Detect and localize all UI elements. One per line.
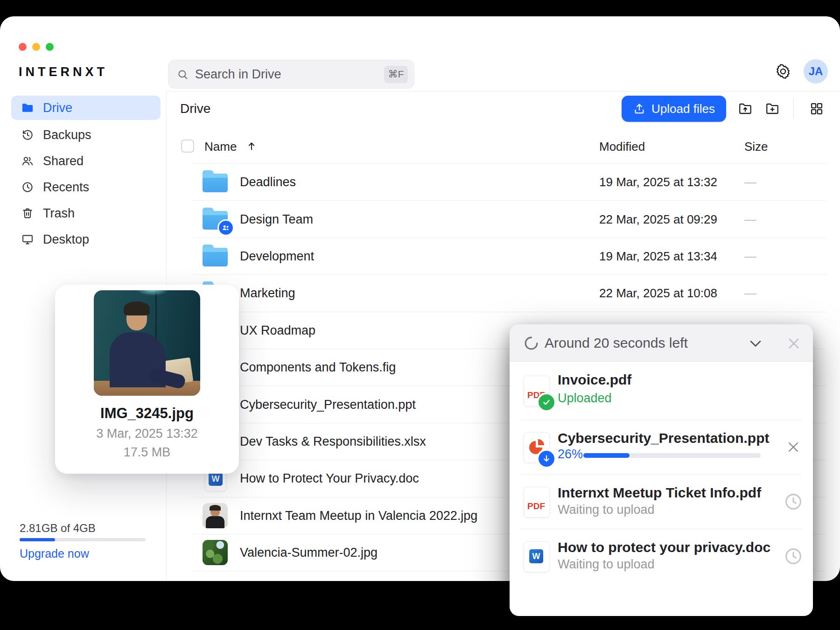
word-file-icon: W (524, 541, 550, 572)
sidebar-item-backups[interactable]: Backups (11, 123, 161, 147)
spinner-icon (524, 336, 539, 351)
uploading-download-icon (537, 449, 556, 469)
internxt-logo: INTERNXT (19, 65, 108, 79)
sidebar-item-label: Desktop (43, 232, 89, 247)
upload-item-name: Internxt Meetup Ticket Info.pdf (558, 485, 761, 501)
folder-icon (21, 101, 34, 114)
sidebar-item-drive[interactable]: Drive (11, 96, 161, 120)
shared-folder-icon (203, 207, 229, 231)
close-icon[interactable] (786, 336, 802, 351)
search-input[interactable]: Search in Drive ⌘F (168, 60, 414, 89)
table-row-design-team[interactable]: Design Team 22 Mar, 2025 at 09:29 — (193, 201, 826, 238)
sidebar-item-label: Trash (43, 206, 75, 221)
file-size: — (744, 175, 756, 189)
screenshot-canvas: INTERNXT Search in Drive ⌘F JA Drive Bac… (0, 0, 840, 630)
sidebar-item-label: Backups (43, 128, 91, 142)
table-row-deadlines[interactable]: Deadlines 19 Mar, 2025 at 13:32 — (193, 164, 826, 201)
upload-icon (633, 102, 646, 115)
search-shortcut-badge: ⌘F (384, 66, 408, 83)
trash-icon (21, 207, 34, 220)
column-header-modified[interactable]: Modified (599, 140, 645, 154)
file-modified: 22 Mar, 2025 at 10:08 (599, 286, 717, 301)
file-name: Deadlines (240, 175, 296, 189)
file-name: Dev Tasks & Responsibilities.xlsx (240, 434, 426, 448)
table-row-development[interactable]: Development 19 Mar, 2025 at 13:34 — (193, 238, 826, 275)
photo-thumbnail (203, 504, 229, 528)
file-name: Marketing (240, 286, 295, 301)
file-name: Design Team (240, 212, 313, 226)
upload-time-remaining: Around 20 seconds left (545, 335, 688, 351)
select-all-checkbox[interactable] (181, 140, 194, 153)
backup-history-icon (21, 128, 34, 141)
file-name: Cybersecurity_Presentation.ppt (240, 397, 416, 412)
sidebar-item-label: Shared (43, 154, 84, 168)
page-title: Drive (180, 101, 210, 116)
sidebar-item-recents[interactable]: Recents (11, 175, 161, 199)
settings-gear-icon[interactable] (775, 63, 791, 79)
upload-progress-bar (583, 453, 761, 458)
preview-date: 3 Mar, 2025 13:32 (55, 427, 239, 441)
upload-item-invoice: PDF Invoice.pdf Uploaded (510, 362, 813, 420)
folder-icon (203, 170, 229, 194)
upload-item-status: Uploaded (558, 391, 612, 406)
pdf-file-icon: PDF (524, 376, 550, 406)
file-size: — (744, 249, 756, 263)
clock-icon (21, 181, 34, 194)
file-name: Internxt Team Meetup in Valencia 2022.jp… (240, 508, 477, 523)
file-modified: 19 Mar, 2025 at 13:34 (599, 249, 717, 263)
upload-progress-fill (583, 453, 630, 458)
waiting-clock-icon (783, 491, 804, 512)
new-folder-icon[interactable] (765, 101, 780, 116)
file-name: How to Protect Your Privacy.doc (240, 471, 419, 486)
column-header-name[interactable]: Name (204, 140, 237, 154)
file-size: — (744, 212, 756, 226)
file-name: UX Roadmap (240, 323, 315, 337)
photo-thumbnail (203, 540, 229, 565)
file-preview-card: IMG_3245.jpg 3 Mar, 2025 13:32 17.5 MB (55, 285, 239, 474)
upload-button-label: Upload files (651, 102, 715, 116)
storage-usage-label: 2.81GB of 4GB (20, 522, 96, 535)
grid-view-icon[interactable] (809, 101, 824, 116)
file-modified: 22 Mar, 2025 at 09:29 (599, 212, 717, 226)
preview-image (94, 290, 200, 396)
storage-progress-fill (20, 538, 55, 541)
upload-folder-icon[interactable] (738, 101, 753, 116)
upgrade-link[interactable]: Upgrade now (20, 547, 89, 560)
upload-item-name: Invoice.pdf (558, 372, 631, 388)
upload-files-button[interactable]: Upload files (622, 96, 726, 122)
toolbar-divider (793, 99, 794, 119)
minimize-window-button[interactable] (32, 43, 40, 51)
column-header-size[interactable]: Size (744, 140, 768, 154)
file-name: Valencia-Summer-02.jpg (240, 546, 378, 560)
sort-ascending-icon[interactable] (246, 140, 257, 152)
upload-item-name: How to protect your privacy.doc (558, 539, 770, 555)
ppt-file-icon (524, 432, 550, 463)
upload-item-privacy-doc: W How to protect your privacy.doc Waitin… (510, 529, 813, 583)
upload-progress-panel: Around 20 seconds left PDF Invoice.pdf U… (510, 324, 813, 616)
pdf-file-icon: PDF (524, 487, 550, 518)
waiting-clock-icon (783, 546, 804, 567)
shared-badge-icon (217, 219, 234, 236)
sidebar-item-desktop[interactable]: Desktop (11, 227, 161, 252)
cancel-upload-icon[interactable] (786, 440, 801, 455)
uploaded-check-icon (537, 392, 556, 412)
upload-item-name: Cybersecurity_Presentation.ppt (558, 430, 769, 446)
folder-icon (203, 244, 229, 268)
shared-users-icon (21, 154, 34, 168)
search-placeholder: Search in Drive (195, 67, 384, 82)
upload-item-meetup-ticket: PDF Internxt Meetup Ticket Info.pdf Wait… (510, 475, 813, 529)
file-name: Development (240, 249, 314, 263)
file-size: — (744, 286, 756, 301)
chevron-down-icon[interactable] (748, 336, 763, 351)
upload-item-percent: 26% (558, 447, 583, 462)
sidebar-item-trash[interactable]: Trash (11, 201, 161, 225)
maximize-window-button[interactable] (46, 43, 54, 51)
search-icon (176, 68, 189, 81)
file-name: Components and Tokens.fig (240, 360, 396, 375)
header-divider (166, 91, 840, 91)
sidebar-item-shared[interactable]: Shared (11, 149, 161, 173)
avatar[interactable]: JA (804, 59, 828, 84)
close-window-button[interactable] (19, 43, 27, 51)
table-row-marketing[interactable]: Marketing 22 Mar, 2025 at 10:08 — (193, 275, 826, 312)
storage-progress-bar (20, 538, 146, 541)
